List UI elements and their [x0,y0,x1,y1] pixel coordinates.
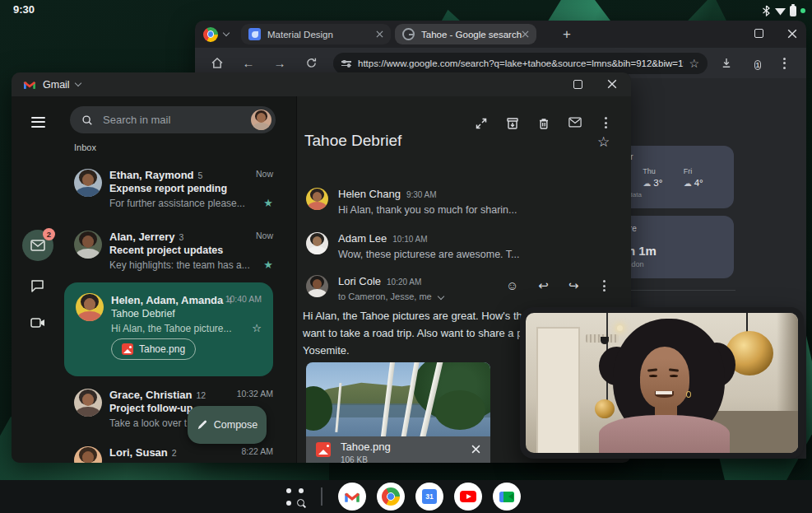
mail-tab-icon[interactable]: 2 [22,230,53,261]
avatar [306,275,328,297]
message-collapsed[interactable]: Helen Chang9:30 AM Hi Alan, thank you so… [306,186,522,216]
window-close-button[interactable] [607,79,617,89]
inbox-label: Inbox [74,142,96,152]
search-input[interactable]: Search in mail [70,106,276,133]
gmail-logo [23,80,36,90]
video-call-pip-window[interactable] [520,307,804,459]
tab-counter-button[interactable]: 1 [747,56,768,70]
thread-row[interactable]: Lori, Susan28:22 AM [74,445,273,463]
more-options-icon[interactable] [598,280,610,293]
shelf-app-youtube[interactable] [454,483,482,511]
caller-face [640,347,689,408]
maximize-button[interactable] [573,80,582,89]
url-text: https://www.google.com/search?q=lake+tah… [358,58,684,68]
snow-cloud-icon: ☁ [684,179,692,188]
mark-unread-icon[interactable] [568,117,582,130]
avatar [74,169,102,197]
chrome-tab-strip[interactable]: Material Design Tahoe - Google sesarch + [195,21,806,48]
app-launcher-button[interactable] [286,488,304,506]
wifi-icon [775,7,786,16]
message-body-line: want to take a road trip. Also want to s… [303,327,550,339]
window-app-title: Gmail [43,79,70,91]
recipients-chevron-icon[interactable] [437,293,443,300]
star-icon[interactable]: ☆ [252,322,262,334]
meet-tab-icon[interactable] [30,316,45,331]
message-toolbar: ☺ ↩ ↪ [506,278,610,293]
tune-icon[interactable] [341,58,351,68]
message-actions [475,117,611,130]
reply-icon[interactable]: ↩ [538,278,549,293]
expand-icon[interactable] [475,117,488,130]
gmail-titlebar[interactable]: Gmail [12,72,631,96]
star-icon[interactable]: ★ [263,197,273,209]
address-bar[interactable]: https://www.google.com/search?q=lake+tah… [333,53,708,74]
youtube-icon [460,491,476,502]
message-collapsed[interactable]: Adam Lee10:10 AM Wow, these picturese ar… [306,231,522,260]
menu-hamburger-icon[interactable] [31,114,45,130]
tab-close-icon[interactable] [522,30,529,38]
shelf-app-gmail[interactable] [338,483,366,511]
panel-divider [296,96,297,463]
shelf-divider [321,487,322,506]
maximize-button[interactable] [754,29,763,38]
dismiss-attachment-icon[interactable] [471,445,480,454]
forward-icon[interactable]: ↪ [568,278,579,293]
star-icon[interactable]: ☆ [597,133,610,151]
browser-menu-icon[interactable] [778,58,790,69]
window-close-button[interactable] [787,29,797,39]
email-subject: Tahoe Debrief [304,132,401,150]
chrome-menu-icon[interactable] [203,27,218,42]
bookmark-star-icon[interactable]: ☆ [689,57,699,70]
download-button[interactable] [716,57,737,69]
tab-material-design[interactable]: Material Design [241,24,391,44]
pendant-lamp [595,399,615,418]
shelf-app-chrome[interactable] [377,483,405,511]
attachment-bar: Tahoe.png 106 KB [306,436,490,463]
image-file-icon [316,442,331,457]
gmail-icon [344,491,360,503]
thread-row[interactable]: Alan, Jerrery3Now Recent project updates… [74,229,273,283]
pencil-icon [197,419,208,431]
archive-icon[interactable] [506,117,519,130]
forward-button[interactable]: → [269,56,290,70]
attachment-preview[interactable]: Tahoe.png 106 KB [306,362,490,463]
search-placeholder: Search in mail [103,114,251,126]
message-body-line: Yosemite. [303,344,350,357]
thread-row[interactable]: Ethan, Raymond5Now Expense report pendin… [74,167,273,222]
back-button[interactable]: ← [238,56,259,70]
avatar [74,446,102,463]
search-icon [297,499,304,506]
shelf-app-calendar[interactable]: 31 [415,483,443,511]
chevron-down-icon[interactable] [74,80,81,86]
bluetooth-icon [762,5,771,16]
privacy-indicator-dot [800,8,805,13]
google-favicon [402,28,415,40]
message-expanded[interactable]: Lori Cole10:20 AM to Cameron, Jesse, me [306,273,522,301]
account-avatar[interactable] [251,110,271,130]
new-tab-button[interactable]: + [557,25,577,44]
more-options-icon[interactable] [600,117,611,130]
status-time: 9:30 [13,3,35,16]
cloud-icon: ☁ [643,179,651,188]
home-button[interactable] [206,57,228,69]
chevron-down-icon[interactable] [223,30,230,36]
avatar [306,232,328,254]
thread-row-selected[interactable]: Helen, Adam, Amanda410:40 AM Tahoe Debri… [64,282,273,376]
meet-icon [499,492,514,502]
shelf-app-meet[interactable] [493,483,521,511]
message-body-line: Hi Alan, the Tahoe pictures are great. H… [303,310,554,322]
search-icon [81,114,93,126]
attachment-chip[interactable]: Tahoe.png [111,338,196,360]
delete-icon[interactable] [537,117,550,130]
envelope-icon [30,240,45,251]
tab-tahoe-search[interactable]: Tahoe - Google sesarch [395,24,536,44]
compose-button[interactable]: Compose [188,406,267,444]
emoji-icon[interactable]: ☺ [506,278,518,293]
chat-tab-icon[interactable] [30,279,44,296]
avatar [76,293,104,321]
refresh-button[interactable] [300,57,322,69]
tab-close-icon[interactable] [376,30,383,38]
tahoe-photo [306,362,490,436]
system-tray[interactable] [762,5,805,16]
star-icon[interactable]: ★ [263,259,273,271]
